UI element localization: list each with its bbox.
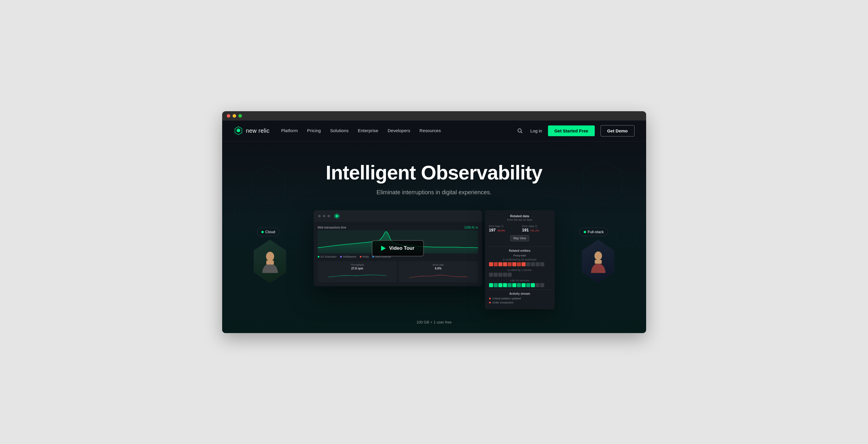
error-logs-value: 197 bbox=[489, 228, 496, 232]
right-panel: Related data From the last 30 days Error… bbox=[485, 210, 555, 309]
person-hex-right bbox=[579, 240, 617, 283]
hex-deco-left-small bbox=[234, 199, 251, 220]
error-rate-chart bbox=[401, 271, 476, 280]
cloud-badge: Cloud bbox=[257, 228, 280, 236]
activity-dot-1 bbox=[489, 298, 491, 299]
login-link[interactable]: Log in bbox=[530, 128, 542, 133]
svg-line-1 bbox=[521, 132, 522, 133]
error-rates-change: +31.1% bbox=[530, 229, 539, 232]
map-view-button[interactable]: Map View bbox=[510, 235, 529, 241]
throughput-svg bbox=[320, 271, 395, 280]
hex-cell bbox=[489, 283, 493, 287]
error-rate-label: Error rate bbox=[401, 263, 476, 266]
nav-item-pricing[interactable]: Pricing bbox=[307, 128, 321, 133]
legend-dot-gc bbox=[318, 256, 319, 258]
browser-window: new relic Platform Pricing Solutions Ent… bbox=[222, 111, 646, 333]
navbar: new relic Platform Pricing Solutions Ent… bbox=[222, 121, 646, 141]
svg-point-0 bbox=[518, 129, 521, 132]
nav-item-solutions[interactable]: Solutions bbox=[330, 128, 349, 133]
page-content: new relic Platform Pricing Solutions Ent… bbox=[222, 121, 646, 333]
error-rates-value: 191 bbox=[522, 228, 529, 232]
person-silhouette-right bbox=[588, 248, 609, 275]
search-button[interactable] bbox=[515, 126, 524, 135]
hex-cell bbox=[526, 262, 530, 266]
fullstack-badge-label: Full-stack bbox=[588, 230, 604, 234]
nav-right: Log in Get Started Free Get Demo bbox=[515, 125, 634, 136]
entity-sub-1: is confirmed by 29 workloads bbox=[489, 258, 551, 261]
hex-cell bbox=[489, 262, 493, 266]
hex-cell bbox=[494, 273, 498, 277]
svg-text:i: i bbox=[502, 226, 502, 227]
hex-cell bbox=[531, 262, 535, 266]
hex-cell bbox=[494, 262, 498, 266]
hex-cell bbox=[494, 283, 498, 287]
svg-rect-9 bbox=[266, 260, 274, 264]
video-tour-button[interactable]: Video Tour bbox=[372, 240, 424, 256]
entity-row-2: is called by 1 service bbox=[489, 268, 551, 277]
activity-item-1: Critical violation updated bbox=[489, 297, 551, 300]
dashboard-mockup: Web transactions time 1200.41 /s bbox=[314, 210, 482, 286]
panel-title: Related data bbox=[489, 214, 551, 218]
hex-cell bbox=[489, 273, 493, 277]
hex-cell bbox=[517, 262, 521, 266]
mockup-dot-3 bbox=[328, 215, 330, 217]
divider-1 bbox=[489, 247, 551, 247]
mini-panels: Throughput 27.8 rpm Error rate bbox=[318, 261, 478, 282]
hex-cell bbox=[503, 273, 507, 277]
legend-label-ruby: Ruby bbox=[363, 255, 369, 258]
nav-links: Platform Pricing Solutions Enterprise De… bbox=[281, 128, 441, 133]
info-icon-error-rates: i bbox=[535, 225, 537, 227]
nav-item-developers[interactable]: Developers bbox=[388, 128, 410, 133]
hex-cell bbox=[498, 262, 502, 266]
nav-item-resources[interactable]: Resources bbox=[420, 128, 441, 133]
maximize-dot[interactable] bbox=[239, 114, 242, 118]
entity-row-3: calls 20 services bbox=[489, 279, 551, 287]
svg-point-8 bbox=[266, 252, 274, 261]
cloud-card: Cloud bbox=[251, 228, 289, 283]
svg-point-10 bbox=[594, 251, 602, 260]
legend-label-middleware: Middleware bbox=[343, 255, 356, 258]
hero-title: Intelligent Observability bbox=[234, 162, 634, 184]
get-started-button[interactable]: Get Started Free bbox=[548, 125, 595, 136]
minimize-dot[interactable] bbox=[232, 114, 236, 118]
svg-text:i: i bbox=[536, 226, 536, 227]
hex-cell bbox=[531, 283, 535, 287]
chart-label-text: Web transactions time bbox=[318, 226, 346, 229]
hex-cell bbox=[522, 262, 526, 266]
chart-value-text: 1200.41 /s bbox=[464, 226, 478, 229]
hex-cell bbox=[540, 283, 544, 287]
entity-row-1: Proxy-east is confirmed by 29 workloads bbox=[489, 254, 551, 266]
hex-grid-1 bbox=[489, 262, 551, 266]
logo-text: new relic bbox=[246, 127, 270, 134]
nav-item-enterprise[interactable]: Enterprise bbox=[358, 128, 378, 133]
nav-item-platform[interactable]: Platform bbox=[281, 128, 298, 133]
related-entities-title: Related entities bbox=[489, 249, 551, 252]
hex-cell bbox=[507, 283, 512, 287]
mockup-titlebar bbox=[314, 210, 482, 222]
entity-sub-3: calls 20 services bbox=[489, 279, 551, 282]
error-rates-label: Error rates i bbox=[522, 225, 551, 228]
svg-rect-11 bbox=[595, 260, 602, 264]
activity-text-2: Order Component bbox=[493, 301, 514, 304]
hex-cell bbox=[507, 273, 512, 277]
get-demo-button[interactable]: Get Demo bbox=[600, 125, 634, 136]
hex-cell bbox=[540, 262, 544, 266]
hero-subtitle: Eliminate interruptions in digital exper… bbox=[234, 189, 634, 196]
activity-title: Activity stream bbox=[489, 292, 551, 295]
logo-link[interactable]: new relic bbox=[234, 126, 270, 135]
hero-section: Intelligent Observability Eliminate inte… bbox=[222, 141, 646, 333]
svg-marker-13 bbox=[335, 215, 338, 218]
throughput-label: Throughput bbox=[320, 263, 395, 266]
legend-dot-ruby bbox=[360, 256, 362, 258]
hex-cell bbox=[498, 273, 502, 277]
activity-text-1: Critical violation updated bbox=[493, 297, 521, 300]
legend-dot-middleware bbox=[340, 256, 342, 258]
error-rate-svg bbox=[401, 271, 476, 280]
hex-cell bbox=[522, 283, 526, 287]
person-silhouette-left bbox=[260, 248, 280, 275]
close-dot[interactable] bbox=[227, 114, 230, 118]
fullstack-badge: Full-stack bbox=[579, 228, 609, 236]
error-logs-label: Error logs i bbox=[489, 225, 518, 228]
fullstack-badge-dot bbox=[584, 231, 586, 233]
mockup-logo-icon bbox=[334, 213, 340, 219]
